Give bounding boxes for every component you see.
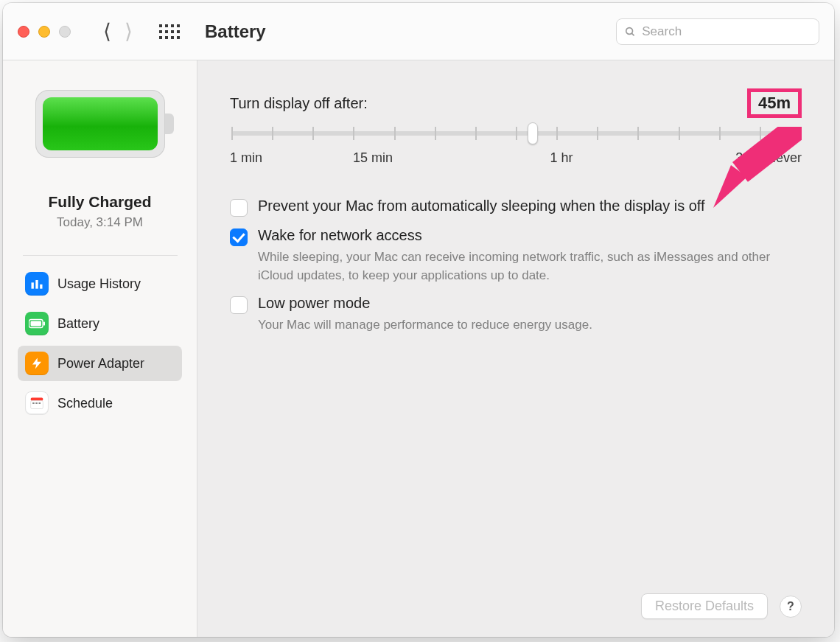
checkbox[interactable]	[230, 228, 248, 246]
slider-tick	[272, 127, 273, 140]
help-button[interactable]: ?	[780, 596, 802, 618]
forward-button: ⟩	[125, 19, 133, 43]
slider-tick	[800, 127, 802, 140]
close-icon[interactable]	[18, 26, 29, 38]
chart-icon	[25, 272, 49, 296]
sidebar-item-battery[interactable]: Battery	[18, 306, 182, 341]
slider-value-highlight: 45m	[747, 88, 802, 118]
search-icon	[624, 25, 636, 38]
slider-tick	[516, 127, 517, 140]
svg-line-1	[631, 33, 634, 35]
svg-rect-3	[35, 280, 38, 289]
slider-scale-label: Never	[766, 150, 802, 166]
slider-tick	[353, 127, 354, 140]
svg-rect-4	[40, 285, 42, 289]
checkbox[interactable]	[230, 296, 248, 314]
battery-preferences-window: ⟨ ⟩ Battery Fully Charged Today, 3:14 PM…	[3, 3, 834, 637]
main-panel: Turn display off after: 45m 1 min15 min1…	[197, 60, 834, 637]
option-description: Your Mac will manage performance to redu…	[258, 316, 592, 335]
slider-thumb[interactable]	[528, 122, 538, 144]
slider-tick	[312, 127, 314, 140]
restore-defaults-button[interactable]: Restore Defaults	[641, 593, 768, 619]
battery-status-title: Fully Charged	[48, 193, 151, 211]
slider-tick	[394, 127, 396, 140]
slider-tick	[760, 127, 761, 140]
checkbox[interactable]	[230, 199, 248, 217]
option-description: While sleeping, your Mac can receive inc…	[258, 248, 802, 285]
calendar-icon	[25, 391, 49, 415]
svg-rect-12	[39, 402, 41, 404]
zoom-icon	[59, 26, 71, 38]
slider-tick	[435, 127, 436, 140]
sidebar-item-usage-history[interactable]: Usage History	[18, 266, 182, 301]
slider-tick	[679, 127, 680, 140]
option-label: Low power mode	[258, 295, 592, 312]
back-button[interactable]: ⟨	[103, 19, 111, 43]
bolt-icon	[25, 352, 49, 375]
svg-rect-2	[32, 282, 34, 288]
window-title: Battery	[205, 21, 266, 42]
battery-status-icon	[35, 90, 165, 158]
option-label: Wake for network access	[258, 227, 802, 244]
svg-rect-9	[31, 401, 43, 409]
search-input[interactable]	[642, 24, 811, 39]
option-row: Wake for network accessWhile sleeping, y…	[230, 227, 802, 285]
sidebar-item-label: Schedule	[57, 396, 113, 411]
slider-scale-label: 1 min	[230, 150, 262, 166]
all-preferences-icon[interactable]	[159, 24, 180, 39]
sidebar-item-schedule[interactable]: Schedule	[18, 385, 182, 421]
slider-tick	[637, 127, 639, 140]
slider-tick	[556, 127, 558, 140]
divider	[23, 255, 178, 256]
search-field[interactable]	[616, 18, 819, 45]
slider-tick	[475, 127, 477, 140]
svg-rect-10	[32, 402, 35, 404]
options-group: Prevent your Mac from automatically slee…	[230, 198, 802, 345]
sidebar-item-label: Usage History	[57, 276, 141, 292]
option-row: Low power modeYour Mac will manage perfo…	[230, 295, 802, 335]
slider-scale-label: 3 hrs	[735, 150, 765, 166]
slider-scale-label: 15 min	[353, 150, 393, 166]
sidebar-item-label: Power Adapter	[57, 356, 144, 371]
svg-rect-6	[31, 321, 41, 327]
slider-tick	[719, 127, 721, 140]
option-row: Prevent your Mac from automatically slee…	[230, 198, 802, 217]
display-off-slider[interactable]: 1 min15 min1 hr3 hrsNever	[230, 131, 802, 168]
nav-buttons: ⟨ ⟩	[103, 19, 133, 43]
option-label: Prevent your Mac from automatically slee…	[258, 198, 705, 214]
slider-tick	[231, 127, 233, 140]
svg-rect-8	[31, 398, 43, 401]
slider-scale-label: 1 hr	[550, 150, 573, 166]
titlebar: ⟨ ⟩ Battery	[3, 3, 834, 60]
minimize-icon[interactable]	[38, 26, 50, 38]
sidebar-item-label: Battery	[57, 316, 99, 332]
sidebar: Fully Charged Today, 3:14 PM Usage Histo…	[3, 60, 197, 637]
battery-status-time: Today, 3:14 PM	[57, 215, 143, 230]
sidebar-nav: Usage HistoryBatteryPower AdapterSchedul…	[3, 266, 197, 425]
traffic-lights	[18, 26, 71, 38]
slider-label: Turn display off after:	[230, 95, 368, 112]
slider-tick	[597, 127, 598, 140]
svg-rect-7	[43, 321, 45, 325]
svg-rect-11	[35, 402, 38, 404]
battery-icon	[25, 312, 49, 335]
svg-point-0	[626, 27, 633, 34]
sidebar-item-power-adapter[interactable]: Power Adapter	[18, 346, 182, 381]
